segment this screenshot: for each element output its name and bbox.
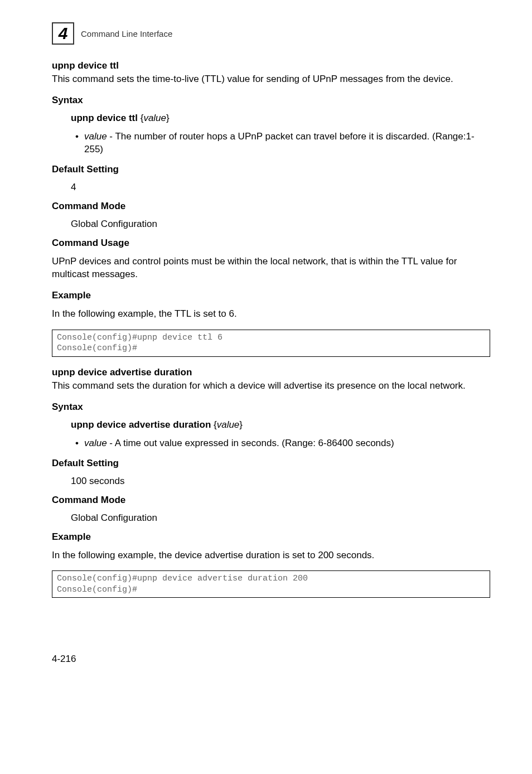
syntax-param: value (217, 419, 240, 430)
default-value: 4 (71, 182, 490, 193)
param-desc: - A time out value expressed in seconds.… (107, 438, 394, 448)
section-title: upnp device ttl (52, 60, 490, 71)
param-name: value (84, 438, 107, 448)
page: 4 Command Line Interface upnp device ttl… (0, 0, 532, 698)
code-block: Console(config)#upnp device ttl 6 Consol… (52, 330, 490, 357)
param-bullet: value - A time out value expressed in se… (84, 437, 490, 450)
code-block: Console(config)#upnp device advertise du… (52, 570, 490, 598)
syntax-heading: Syntax (52, 401, 490, 413)
default-value: 100 seconds (71, 476, 490, 487)
mode-value: Global Configuration (71, 219, 490, 230)
page-header: 4 Command Line Interface (52, 22, 490, 45)
section-intro: This command sets the duration for which… (52, 380, 490, 393)
example-heading: Example (52, 290, 490, 301)
syntax-line: upnp device advertise duration {value} (71, 419, 490, 430)
param-name: value (84, 131, 107, 142)
chapter-number-box: 4 (52, 22, 74, 45)
mode-heading: Command Mode (52, 495, 490, 506)
section-intro: This command sets the time-to-live (TTL)… (52, 73, 490, 86)
syntax-line: upnp device ttl {value} (71, 113, 490, 124)
param-desc: - The number of router hops a UPnP packe… (84, 131, 475, 154)
usage-text: UPnP devices and control points must be … (52, 255, 490, 281)
header-title: Command Line Interface (81, 29, 172, 38)
param-bullet: value - The number of router hops a UPnP… (84, 130, 490, 156)
mode-heading: Command Mode (52, 201, 490, 212)
syntax-cmd: upnp device advertise duration (71, 419, 211, 430)
example-heading: Example (52, 531, 490, 543)
usage-heading: Command Usage (52, 238, 490, 249)
syntax-heading: Syntax (52, 95, 490, 106)
page-number: 4-216 (52, 654, 490, 665)
default-heading: Default Setting (52, 458, 490, 469)
mode-value: Global Configuration (71, 512, 490, 524)
section-title: upnp device advertise duration (52, 367, 490, 378)
syntax-param: value (143, 113, 166, 123)
example-text: In the following example, the TTL is set… (52, 308, 490, 321)
default-heading: Default Setting (52, 164, 490, 175)
example-text: In the following example, the device adv… (52, 549, 490, 562)
syntax-cmd: upnp device ttl (71, 113, 138, 123)
